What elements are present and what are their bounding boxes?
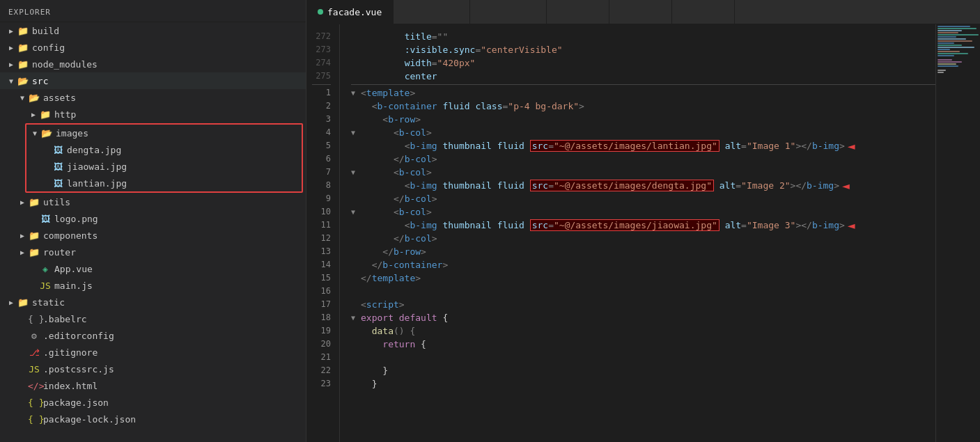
label-packagelockjson: package-lock.json: [43, 414, 136, 425]
label-logo: logo.png: [54, 214, 98, 224]
tab-6[interactable]: [672, 0, 735, 24]
label-build: build: [32, 26, 59, 36]
sidebar-item-packagelockjson[interactable]: { } package-lock.json: [0, 411, 306, 427]
sidebar-item-images[interactable]: ▼ 📂 images: [26, 125, 302, 141]
sidebar-item-postcssrc[interactable]: JS .postcssrc.js: [0, 361, 306, 377]
label-router: router: [43, 247, 76, 258]
arrow-icon-11: ◄: [848, 219, 855, 232]
code-text-15: </template>: [361, 271, 421, 285]
fold-4[interactable]: ▼: [351, 126, 361, 139]
file-icon-babelrc: { }: [28, 314, 40, 324]
code-text-275: center: [361, 70, 437, 83]
image-icon-jiaowai: 🖼: [52, 161, 64, 172]
code-text-22: }: [361, 364, 388, 377]
label-indexhtml: index.html: [43, 381, 98, 391]
sidebar-item-logo[interactable]: 🖼 logo.png: [0, 210, 306, 227]
above-line-274: width="420px": [351, 56, 935, 70]
code-content[interactable]: title="" :visible.sync="centerVisible" w…: [340, 24, 935, 442]
file-tree-sidebar: Explorer ▶ 📁 build ▶ 📁 config ▶ 📁 node_m…: [0, 0, 306, 442]
fold-1[interactable]: ▼: [351, 86, 361, 100]
tab-4[interactable]: [547, 0, 609, 24]
code-text-4: <b-col>: [361, 126, 432, 139]
code-text-8: <b-img thumbnail fluid src="~@/assets/im…: [361, 179, 839, 192]
sidebar-item-node-modules[interactable]: ▶ 📁 node_modules: [0, 56, 306, 72]
arrow-src: ▼: [6, 77, 17, 85]
label-editorconfig: .editorconfig: [43, 331, 114, 341]
fold-7[interactable]: ▼: [351, 166, 361, 179]
code-text-19: data() {: [361, 324, 415, 338]
code-text-272: title="": [361, 30, 448, 43]
sidebar-item-dengta[interactable]: 🖼 dengta.jpg: [26, 141, 302, 158]
sidebar-item-babelrc[interactable]: { } .babelrc: [0, 310, 306, 327]
minimap-line-20: [938, 65, 958, 67]
arrow-images: ▼: [29, 129, 40, 137]
arrow-utils: ▶: [17, 198, 28, 206]
minimap-line-2: [938, 28, 977, 29]
code-line-23: }: [351, 377, 935, 390]
sidebar-item-build[interactable]: ▶ 📁 build: [0, 22, 306, 39]
file-icon-editorconfig: ⚙: [28, 331, 40, 341]
label-babelrc: .babelrc: [43, 314, 87, 324]
label-dengta: dengta.jpg: [67, 145, 121, 155]
sidebar-item-config[interactable]: ▶ 📁 config: [0, 39, 306, 56]
sidebar-item-static[interactable]: ▶ 📁 static: [0, 294, 306, 310]
label-appvue: App.vue: [54, 264, 93, 274]
sidebar-title: Explorer: [8, 8, 51, 17]
code-line-6: </b-col>: [351, 152, 935, 166]
tab-5[interactable]: [609, 0, 672, 24]
vue-icon-appvue: ◈: [39, 264, 52, 274]
editor-minimap: [935, 24, 980, 442]
folder-icon-node-modules: 📁: [17, 59, 29, 70]
sidebar-item-http[interactable]: ▶ 📁 http: [0, 106, 306, 123]
minimap-line-1: [938, 26, 970, 27]
sidebar-item-editorconfig[interactable]: ⚙ .editorconfig: [0, 327, 306, 344]
sidebar-item-mainjs[interactable]: JS main.js: [0, 277, 306, 294]
label-packagejson: package.json: [43, 397, 109, 408]
code-text-18: export default {: [361, 311, 448, 324]
code-line-14: </b-container>: [351, 258, 935, 271]
tab-label-facade: facade.vue: [327, 7, 382, 17]
minimap-line-14: [938, 53, 968, 54]
sidebar-item-src[interactable]: ▼ 📂 src: [0, 72, 306, 89]
code-text-20: return {: [361, 338, 426, 351]
tab-2[interactable]: [394, 0, 470, 24]
fold-18[interactable]: ▼: [351, 311, 361, 324]
tab-facade-vue[interactable]: facade.vue: [306, 0, 394, 24]
sidebar-item-indexhtml[interactable]: </> index.html: [0, 377, 306, 394]
code-editor-area[interactable]: 272 273 274 275 1 2 3 4 5 6 7 8 9 10 11 …: [306, 24, 980, 442]
sidebar-item-lantian[interactable]: 🖼 lantian.jpg: [26, 175, 302, 191]
minimap-line-13: [938, 51, 960, 52]
sidebar-item-jiaowai[interactable]: 🖼 jiaowai.jpg: [26, 158, 302, 175]
arrow-http: ▶: [28, 111, 39, 118]
image-icon-lantian: 🖼: [52, 178, 64, 189]
fold-10[interactable]: ▼: [351, 205, 361, 219]
label-lantian: lantian.jpg: [67, 178, 127, 189]
tab-3[interactable]: [470, 0, 547, 24]
section-divider: [351, 84, 935, 85]
code-text-273: :visible.sync="centerVisible": [361, 43, 563, 56]
minimap-line-12: [938, 49, 950, 50]
code-line-7: ▼ <b-col>: [351, 166, 935, 179]
sidebar-item-appvue[interactable]: ◈ App.vue: [0, 260, 306, 277]
sidebar-item-assets[interactable]: ▼ 📂 assets: [0, 89, 306, 106]
code-line-12: </b-col>: [351, 232, 935, 245]
minimap-line-11: [938, 47, 974, 48]
code-text-21: [361, 351, 366, 364]
sidebar-item-packagejson[interactable]: { } package.json: [0, 394, 306, 411]
code-line-13: </b-row>: [351, 245, 935, 258]
sidebar-item-gitignore[interactable]: ⎇ .gitignore: [0, 344, 306, 361]
sidebar-item-components[interactable]: ▶ 📁 components: [0, 227, 306, 244]
code-line-9: </b-col>: [351, 192, 935, 205]
code-text-10: <b-col>: [361, 205, 432, 219]
minimap-line-18: [938, 61, 962, 63]
tree-container: ▶ 📁 build ▶ 📁 config ▶ 📁 node_modules ▼ …: [0, 22, 306, 427]
minimap-line-10: [938, 45, 962, 46]
image-icon-dengta: 🖼: [52, 145, 64, 155]
sidebar-item-utils[interactable]: ▶ 📁 utils: [0, 194, 306, 210]
arrow-static: ▶: [6, 299, 17, 306]
arrow-config: ▶: [6, 44, 17, 52]
code-line-1: ▼ <template>: [351, 86, 935, 100]
sidebar-item-router[interactable]: ▶ 📁 router: [0, 244, 306, 260]
folder-icon-static: 📁: [17, 297, 29, 308]
js-icon-postcssrc: JS: [28, 364, 40, 374]
